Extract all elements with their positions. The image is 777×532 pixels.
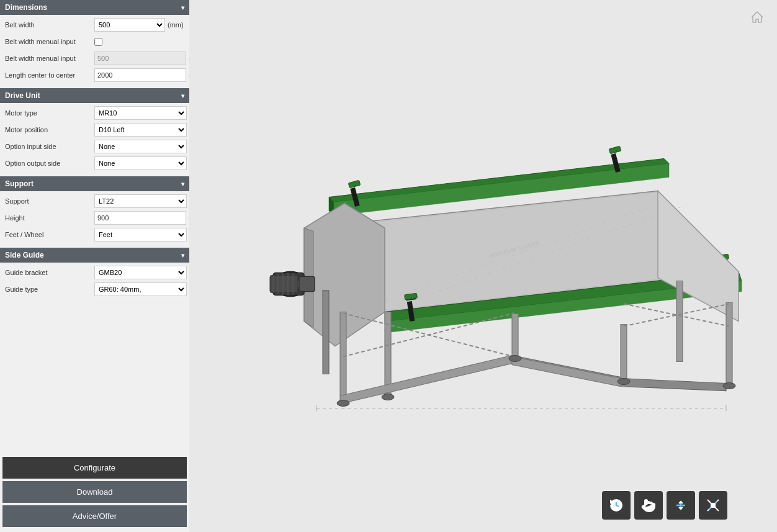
support-type-row: Support LT22 LT30 LT40 — [2, 194, 187, 209]
height-input[interactable] — [94, 211, 186, 225]
support-type-select[interactable]: LT22 LT30 LT40 — [94, 194, 187, 208]
drive-unit-section: Drive Unit ▾ Motor type MR10 MR20 MR30 M… — [0, 88, 189, 175]
guide-bracket-label: Guide bracket — [2, 269, 94, 276]
belt-width-select[interactable]: 500 300 400 600 700 800 — [94, 18, 165, 32]
measure-tool-button[interactable] — [699, 491, 727, 520]
feet-wheel-row: Feet / Wheel Feet Wheel — [2, 227, 187, 242]
motor-position-row: Motor position D10 Left D10 Right D20 Le… — [2, 122, 187, 137]
height-row: Height (mm) — [2, 210, 187, 225]
configurate-button[interactable]: Configurate — [2, 457, 187, 479]
download-button[interactable]: Download — [2, 481, 187, 503]
svg-marker-45 — [676, 281, 683, 361]
bottom-buttons: Configurate Download Advice/Offer — [0, 452, 189, 532]
motor-position-label: Motor position — [2, 126, 94, 133]
guide-bracket-row: Guide bracket GMB20 GMB30 — [2, 265, 187, 280]
support-chevron: ▾ — [181, 181, 184, 187]
rotate-tool-button[interactable] — [602, 491, 631, 520]
belt-width-manual-input[interactable] — [94, 52, 186, 65]
side-guide-body: Guide bracket GMB20 GMB30 Guide type GR6… — [0, 263, 189, 301]
svg-marker-42 — [621, 324, 627, 378]
dimensions-body: Belt width 500 300 400 600 700 800 (mm) … — [0, 15, 189, 87]
length-center-input[interactable] — [94, 68, 186, 82]
belt-width-manual-label: Belt width menual input — [2, 38, 94, 45]
option-input-side-row: Option input side None Option A Option B — [2, 139, 187, 154]
height-label: Height — [2, 214, 94, 222]
side-guide-chevron: ▾ — [181, 252, 184, 259]
guide-bracket-select[interactable]: GMB20 GMB30 — [94, 266, 187, 279]
belt-width-manual-checkbox[interactable] — [94, 38, 102, 46]
dimensions-chevron: ▾ — [181, 4, 184, 11]
option-output-side-select[interactable]: None Option A Option B — [94, 156, 187, 170]
support-section: Support ▾ Support LT22 LT30 LT40 Height … — [0, 176, 189, 246]
motor-type-label: Motor type — [2, 109, 94, 117]
svg-point-55 — [723, 382, 735, 389]
side-guide-label: Side Guide — [5, 251, 44, 259]
option-output-side-label: Option output side — [2, 160, 94, 167]
option-input-side-select[interactable]: None Option A Option B — [94, 140, 187, 153]
drive-unit-body: Motor type MR10 MR20 MR30 Motor position… — [0, 103, 189, 175]
left-panel: Dimensions ▾ Belt width 500 300 400 600 … — [0, 0, 189, 532]
drive-unit-chevron: ▾ — [181, 92, 184, 99]
svg-point-52 — [382, 394, 394, 400]
svg-marker-41 — [512, 313, 518, 356]
pan-tool-button[interactable] — [634, 491, 663, 520]
home-icon[interactable] — [750, 10, 765, 28]
belt-width-manual-value-row: Belt width menual input (mm) — [2, 51, 187, 66]
svg-point-54 — [618, 378, 630, 384]
svg-marker-37 — [323, 290, 329, 374]
feet-wheel-label: Feet / Wheel — [2, 231, 94, 238]
option-output-side-row: Option output side None Option A Option … — [2, 156, 187, 171]
belt-width-manual-checkbox-row: Belt width menual input — [2, 34, 187, 49]
advice-offer-button[interactable]: Advice/Offer — [2, 505, 187, 527]
bottom-toolbar — [602, 491, 727, 520]
svg-point-51 — [337, 400, 349, 406]
belt-width-manual-value-label: Belt width menual input — [2, 55, 94, 62]
svg-marker-36 — [340, 312, 346, 395]
motor-type-select[interactable]: MR10 MR20 MR30 — [94, 106, 187, 120]
motor-position-select[interactable]: D10 Left D10 Right D20 Left D20 Right — [94, 123, 187, 137]
svg-rect-28 — [270, 275, 298, 292]
svg-point-53 — [509, 355, 521, 361]
option-input-side-label: Option input side — [2, 143, 94, 150]
support-header[interactable]: Support ▾ — [0, 176, 189, 191]
belt-width-label: Belt width — [2, 21, 94, 29]
conveyor-3d-view: conveyor system — [254, 91, 763, 441]
support-body: Support LT22 LT30 LT40 Height (mm) Feet … — [0, 191, 189, 246]
svg-marker-46 — [726, 302, 732, 383]
guide-type-label: Guide type — [2, 286, 94, 293]
guide-type-select[interactable]: GR60: 40mm, GR80: 60mm, — [94, 282, 187, 296]
feet-wheel-select[interactable]: Feet Wheel — [94, 228, 187, 241]
length-center-row: Length center to center (mm) — [2, 68, 187, 83]
svg-rect-63 — [711, 503, 715, 507]
svg-rect-35 — [299, 276, 315, 291]
belt-width-row: Belt width 500 300 400 600 700 800 (mm) — [2, 17, 187, 32]
side-guide-section: Side Guide ▾ Guide bracket GMB20 GMB30 G… — [0, 248, 189, 301]
drive-unit-label: Drive Unit — [5, 91, 40, 100]
drive-unit-header[interactable]: Drive Unit ▾ — [0, 88, 189, 103]
dimensions-section: Dimensions ▾ Belt width 500 300 400 600 … — [0, 0, 189, 87]
side-guide-header[interactable]: Side Guide ▾ — [0, 248, 189, 263]
belt-width-unit: (mm) — [165, 21, 187, 29]
dimensions-label: Dimensions — [5, 3, 47, 12]
guide-type-row: Guide type GR60: 40mm, GR80: 60mm, — [2, 282, 187, 297]
support-label: Support — [5, 179, 34, 188]
support-type-label: Support — [2, 197, 94, 205]
motor-type-row: Motor type MR10 MR20 MR30 — [2, 106, 187, 120]
length-center-label: Length center to center — [2, 71, 94, 79]
dimensions-header[interactable]: Dimensions ▾ — [0, 0, 189, 15]
zoom-tool-button[interactable] — [667, 491, 695, 520]
right-panel: conveyor system — [189, 0, 777, 532]
